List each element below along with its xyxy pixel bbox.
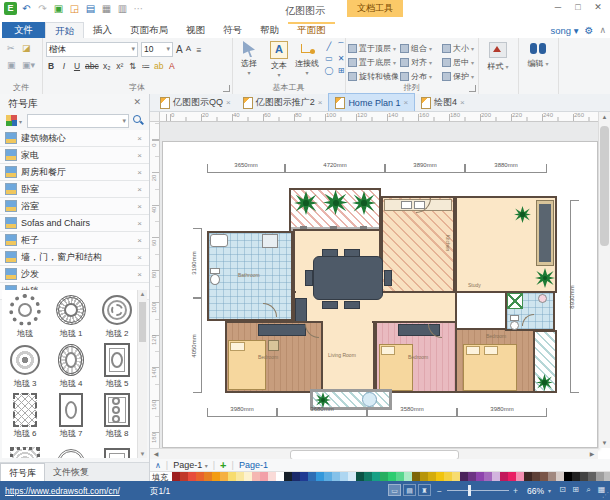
symbol-地毯 2[interactable]: 地毯 2 bbox=[94, 290, 140, 340]
color-swatch[interactable] bbox=[188, 472, 196, 481]
color-swatch[interactable] bbox=[380, 472, 388, 481]
color-swatch[interactable] bbox=[276, 472, 284, 481]
chair[interactable] bbox=[384, 270, 392, 286]
color-swatch[interactable] bbox=[428, 472, 436, 481]
ribbon-tab-符号[interactable]: 符号 bbox=[214, 22, 251, 38]
doc-tab-亿图图示QQ[interactable]: 亿图图示QQ× bbox=[154, 94, 237, 111]
library-scrollbar[interactable]: ▲ ▼ bbox=[137, 290, 147, 458]
color-swatch[interactable] bbox=[444, 472, 452, 481]
color-swatch[interactable] bbox=[436, 472, 444, 481]
color-swatch[interactable] bbox=[172, 472, 180, 481]
color-swatch[interactable] bbox=[388, 472, 396, 481]
redo-icon[interactable]: ↷ bbox=[36, 2, 49, 15]
chair[interactable] bbox=[344, 249, 360, 257]
close-button[interactable]: ✕ bbox=[588, 0, 608, 16]
zoom-level[interactable]: 66% bbox=[527, 486, 544, 496]
library-category-卧室[interactable]: 卧室× bbox=[0, 181, 149, 198]
chair[interactable] bbox=[344, 301, 360, 309]
symbol-地毯 5[interactable]: 地毯 5 bbox=[94, 340, 140, 390]
color-swatch[interactable] bbox=[196, 472, 204, 481]
shower[interactable] bbox=[262, 234, 278, 248]
scroll-up-icon[interactable]: ▲ bbox=[138, 291, 147, 297]
color-swatch[interactable] bbox=[420, 472, 428, 481]
export-icon[interactable]: ◲ bbox=[68, 2, 81, 15]
color-swatch[interactable] bbox=[540, 472, 548, 481]
color-swatch[interactable] bbox=[348, 472, 356, 481]
close-icon[interactable]: × bbox=[137, 253, 142, 262]
more-icon[interactable]: ⋯ bbox=[132, 2, 145, 15]
color-swatch[interactable] bbox=[356, 472, 364, 481]
library-category-浴室[interactable]: 浴室× bbox=[0, 198, 149, 215]
color-swatch[interactable] bbox=[452, 472, 460, 481]
color-swatch[interactable] bbox=[372, 472, 380, 481]
toilet[interactable] bbox=[210, 274, 220, 285]
scroll-left-icon[interactable]: ◀ bbox=[151, 449, 161, 459]
zoom-in-icon[interactable]: + bbox=[513, 486, 518, 496]
color-swatch[interactable] bbox=[284, 472, 292, 481]
user-menu[interactable]: song ▾ bbox=[550, 25, 578, 36]
insert-icon[interactable]: ▣ bbox=[52, 2, 65, 15]
font-style-button[interactable]: B bbox=[46, 60, 56, 72]
close-icon[interactable]: × bbox=[137, 219, 142, 228]
dialog-launcher-icon[interactable] bbox=[223, 85, 230, 92]
color-swatch[interactable] bbox=[588, 472, 596, 481]
close-icon[interactable]: ✕ bbox=[133, 97, 141, 107]
color-swatch[interactable] bbox=[516, 472, 524, 481]
arrange-分布[interactable]: 分布▾ bbox=[400, 69, 442, 83]
font-size-select[interactable]: 10▾ bbox=[141, 42, 173, 57]
symbol-地毯 3[interactable]: 地毯 3 bbox=[2, 340, 48, 390]
arrange-旋转和镜像[interactable]: 旋转和镜像▾ bbox=[348, 69, 400, 83]
color-swatch[interactable] bbox=[508, 472, 516, 481]
ribbon-tab-插入[interactable]: 插入 bbox=[84, 22, 121, 38]
color-swatch[interactable] bbox=[332, 472, 340, 481]
symbol-地毯 1[interactable]: 地毯 1 bbox=[48, 290, 94, 340]
symbol-地毯 7[interactable]: 地毯 7 bbox=[48, 390, 94, 440]
close-icon[interactable]: × bbox=[137, 236, 142, 245]
panel-tab-文件恢复[interactable]: 文件恢复 bbox=[45, 463, 97, 482]
close-icon[interactable]: × bbox=[137, 151, 142, 160]
color-swatch[interactable] bbox=[244, 472, 252, 481]
reading-view-icon[interactable]: ▤ bbox=[403, 484, 416, 496]
scroll-right-icon[interactable]: ▶ bbox=[587, 449, 597, 459]
print-icon[interactable]: ▦ bbox=[100, 2, 113, 15]
toilet[interactable] bbox=[510, 321, 519, 330]
page-tab[interactable]: Page-1 bbox=[239, 460, 268, 470]
color-swatch[interactable] bbox=[204, 472, 212, 481]
app-logo-icon[interactable]: E bbox=[4, 2, 17, 15]
library-palette-icon[interactable] bbox=[6, 115, 17, 126]
magnifier-icon[interactable]: ⌕ bbox=[583, 484, 594, 496]
color-swatch[interactable] bbox=[404, 472, 412, 481]
library-category-建筑物核心[interactable]: 建筑物核心× bbox=[0, 130, 149, 147]
scroll-thumb[interactable] bbox=[600, 126, 609, 246]
color-swatch[interactable] bbox=[468, 472, 476, 481]
color-swatch[interactable] bbox=[580, 472, 588, 481]
zoom-slider[interactable] bbox=[447, 490, 509, 491]
library-category-墙，门，窗户和结构[interactable]: 墙，门，窗户和结构× bbox=[0, 249, 149, 266]
select-tool[interactable]: 选择 ▾ bbox=[234, 41, 264, 76]
color-swatch[interactable] bbox=[268, 472, 276, 481]
color-swatch[interactable] bbox=[260, 472, 268, 481]
vertical-scrollbar[interactable]: ▲ ▼ bbox=[598, 112, 610, 448]
color-swatch[interactable] bbox=[220, 472, 228, 481]
dresser[interactable] bbox=[258, 324, 306, 336]
ribbon-tab-平面图[interactable]: 平面图 bbox=[288, 22, 335, 38]
edrawsoft-link[interactable]: https://www.edrawsoft.com/cn/ bbox=[5, 486, 120, 496]
doc-tab-亿图图示推广2[interactable]: 亿图图示推广2× bbox=[237, 94, 329, 111]
symbol-地毯 6[interactable]: 地毯 6 bbox=[2, 390, 48, 440]
kitchen-sink[interactable] bbox=[401, 201, 412, 209]
color-swatch[interactable] bbox=[316, 472, 324, 481]
horizontal-scrollbar[interactable]: ◀ ▶ bbox=[150, 448, 598, 459]
cut-icon[interactable]: ✂ bbox=[7, 43, 15, 53]
zoom-slider-thumb[interactable] bbox=[468, 485, 471, 496]
normal-view-icon[interactable]: ▭ bbox=[388, 484, 401, 496]
color-swatch[interactable] bbox=[228, 472, 236, 481]
fit-page-icon[interactable]: ⊡ bbox=[557, 484, 568, 496]
doc-tab-绘图4[interactable]: 绘图4× bbox=[415, 94, 471, 111]
ribbon-tab-开始[interactable]: 开始 bbox=[45, 22, 84, 38]
dining-table[interactable] bbox=[313, 256, 383, 300]
symbol-地毯 4[interactable]: 地毯 4 bbox=[48, 340, 94, 390]
shape-tool-icon[interactable]: ◯ bbox=[324, 66, 334, 76]
arrange-置于顶层[interactable]: 置于顶层▾ bbox=[348, 41, 400, 55]
color-swatch[interactable] bbox=[292, 472, 300, 481]
zoom-out-icon[interactable]: − bbox=[437, 486, 442, 496]
